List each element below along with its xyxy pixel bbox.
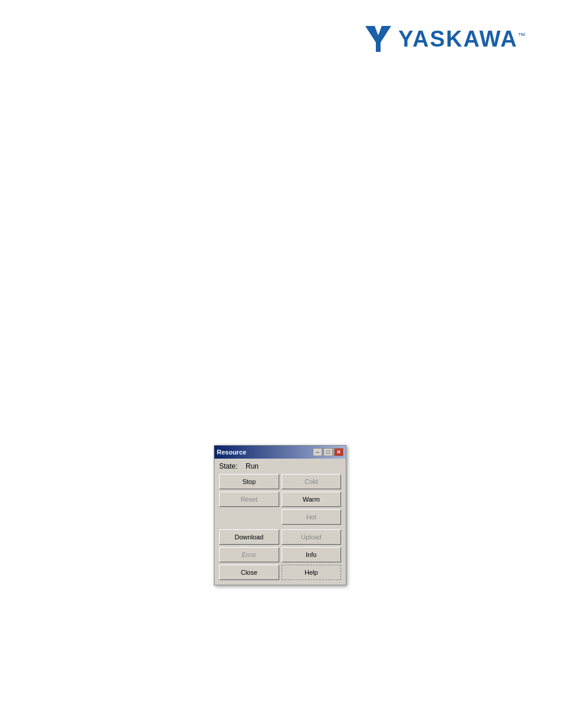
dialog-body: State: Run Stop Cold Reset Warm Hot Down…: [214, 459, 346, 585]
title-bar: Resource – □ ✕: [214, 446, 346, 459]
state-value: Run: [246, 462, 259, 470]
empty-cell: [219, 509, 279, 525]
reset-button[interactable]: Reset: [219, 492, 279, 507]
download-button[interactable]: Download: [219, 529, 279, 545]
button-grid: Stop Cold Reset Warm Hot Download Upload…: [219, 474, 341, 580]
title-bar-buttons: – □ ✕: [313, 448, 343, 456]
logo-text: YASKAWA™: [398, 27, 527, 52]
upload-button[interactable]: Upload: [282, 529, 342, 545]
state-row: State: Run: [219, 462, 341, 470]
close-button[interactable]: Close: [219, 565, 279, 580]
svg-marker-0: [365, 26, 391, 52]
hot-button[interactable]: Hot: [282, 509, 342, 525]
cold-button[interactable]: Cold: [282, 474, 342, 489]
error-button[interactable]: Error: [219, 547, 279, 562]
stop-button[interactable]: Stop: [219, 474, 279, 489]
help-button[interactable]: Help: [282, 565, 342, 580]
yaskawa-logo-icon: [363, 24, 394, 54]
info-button[interactable]: Info: [282, 547, 342, 562]
warm-button[interactable]: Warm: [282, 492, 342, 507]
state-label: State:: [219, 462, 246, 470]
resource-dialog: Resource – □ ✕ State: Run Stop Cold Rese…: [214, 445, 346, 585]
logo-area: YASKAWA™: [363, 24, 527, 54]
dialog-title: Resource: [217, 449, 246, 456]
minimize-button[interactable]: –: [313, 448, 322, 456]
maximize-button[interactable]: □: [323, 448, 333, 456]
close-window-button[interactable]: ✕: [334, 448, 343, 456]
